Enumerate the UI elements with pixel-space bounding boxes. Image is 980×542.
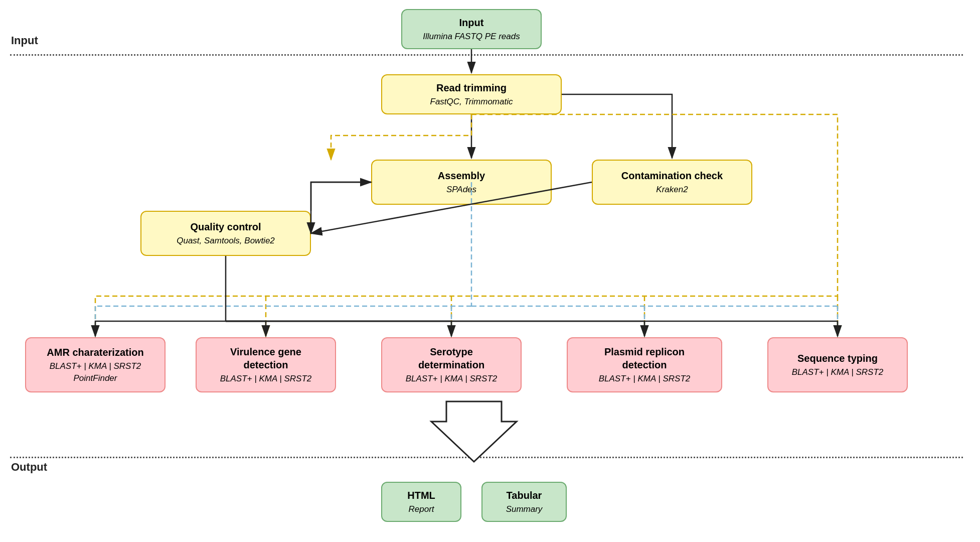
assembly-subtitle: SPAdes — [446, 184, 476, 196]
tabular-summary-node: Tabular Summary — [481, 482, 567, 522]
html-report-title: HTML — [407, 489, 435, 502]
diagram-container: Input Output Input Illumina FASTQ PE rea… — [0, 0, 980, 542]
virulence-subtitle: BLAST+ | KMA | SRST2 — [220, 373, 312, 385]
svg-marker-15 — [431, 401, 517, 462]
read-trimming-node: Read trimming FastQC, Trimmomatic — [381, 74, 562, 114]
amr-subtitle: BLAST+ | KMA | SRST2 PointFinder — [50, 360, 141, 384]
read-trimming-title: Read trimming — [436, 81, 507, 94]
sequence-typing-title: Sequence typing — [797, 352, 878, 365]
plasmid-title: Plasmid replicon detection — [604, 345, 685, 371]
amr-title: AMR charaterization — [47, 346, 143, 359]
input-node-title: Input — [459, 16, 484, 29]
quality-control-node: Quality control Quast, Samtools, Bowtie2 — [140, 211, 311, 256]
assembly-title: Assembly — [438, 169, 485, 182]
virulence-node: Virulence gene detection BLAST+ | KMA | … — [196, 337, 336, 392]
amr-node: AMR charaterization BLAST+ | KMA | SRST2… — [25, 337, 166, 392]
input-node: Input Illumina FASTQ PE reads — [401, 9, 542, 49]
input-section-label: Input — [11, 34, 38, 47]
sequence-typing-subtitle: BLAST+ | KMA | SRST2 — [792, 366, 884, 378]
input-node-subtitle: Illumina FASTQ PE reads — [423, 31, 520, 43]
serotype-subtitle: BLAST+ | KMA | SRST2 — [406, 373, 498, 385]
serotype-title: Serotype determination — [418, 345, 484, 371]
input-separator — [10, 54, 963, 56]
tabular-title: Tabular — [507, 489, 542, 502]
serotype-node: Serotype determination BLAST+ | KMA | SR… — [381, 337, 522, 392]
quality-control-title: Quality control — [190, 220, 261, 233]
read-trimming-subtitle: FastQC, Trimmomatic — [430, 96, 513, 108]
html-report-node: HTML Report — [381, 482, 461, 522]
contamination-title: Contamination check — [621, 169, 723, 182]
output-separator — [10, 457, 963, 458]
html-report-subtitle: Report — [408, 503, 434, 515]
plasmid-node: Plasmid replicon detection BLAST+ | KMA … — [567, 337, 722, 392]
assembly-node: Assembly SPAdes — [371, 160, 552, 205]
virulence-title: Virulence gene detection — [230, 345, 301, 371]
output-section-label: Output — [11, 461, 47, 474]
plasmid-subtitle: BLAST+ | KMA | SRST2 — [599, 373, 691, 385]
contamination-subtitle: Kraken2 — [656, 184, 688, 196]
contamination-node: Contamination check Kraken2 — [592, 160, 752, 205]
quality-control-subtitle: Quast, Samtools, Bowtie2 — [177, 235, 275, 247]
tabular-subtitle: Summary — [506, 503, 543, 515]
sequence-typing-node: Sequence typing BLAST+ | KMA | SRST2 — [767, 337, 908, 392]
